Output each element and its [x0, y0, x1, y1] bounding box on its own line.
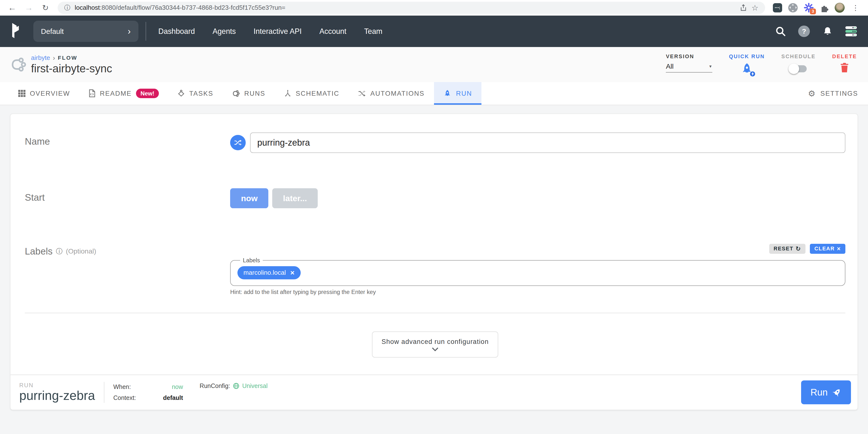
- breadcrumb: airbyte › FLOW: [31, 54, 112, 62]
- help-icon[interactable]: ?: [798, 26, 810, 37]
- server-stack-icon[interactable]: [845, 26, 857, 36]
- context-label: Context:: [113, 394, 142, 401]
- info-icon[interactable]: ⓘ: [56, 247, 63, 256]
- version-label: VERSION: [666, 53, 712, 60]
- shuffle-icon: [234, 139, 242, 146]
- runconfig-label: RunConfig:: [200, 382, 230, 389]
- reset-labels-button[interactable]: RESET↻: [769, 244, 805, 254]
- labels-label: Labels: [25, 246, 53, 257]
- tab-tasks[interactable]: TASKS: [168, 82, 223, 105]
- quick-run-label: QUICK RUN: [729, 53, 765, 60]
- url-text: localhost:8080/default/flow/76a30344-b73…: [75, 4, 736, 11]
- label-chip[interactable]: marcolino.local ×: [238, 266, 301, 280]
- prefect-logo[interactable]: [10, 22, 23, 41]
- notifications-bell-icon[interactable]: [822, 26, 833, 37]
- run-rocket-icon: [830, 386, 843, 399]
- labels-hint: Hint: add to the list after typing by pr…: [230, 289, 845, 295]
- run-button[interactable]: Run: [801, 380, 851, 404]
- readme-doc-icon: [89, 89, 95, 97]
- refresh-icon: ↻: [796, 245, 801, 252]
- footer-divider: [104, 382, 104, 403]
- tab-label: OVERVIEW: [30, 90, 70, 97]
- browser-forward-icon[interactable]: →: [22, 3, 35, 12]
- run-name-input[interactable]: [250, 133, 845, 153]
- tab-label: TASKS: [189, 90, 213, 97]
- bookmark-star-icon[interactable]: ☆: [751, 3, 758, 12]
- rocket-icon: [443, 89, 452, 98]
- start-later-button[interactable]: later...: [272, 188, 318, 208]
- browser-menu-icon[interactable]: ⋮: [851, 4, 860, 12]
- labels-legend: Labels: [240, 257, 263, 264]
- browser-chrome: ← → ↻ ⓘ localhost:8080/default/flow/76a3…: [0, 0, 868, 16]
- project-selector[interactable]: Default ›: [33, 21, 138, 42]
- browser-profile-avatar[interactable]: [835, 3, 845, 13]
- chevron-down-icon: [432, 347, 438, 351]
- section-divider: [25, 313, 845, 313]
- quick-run-button[interactable]: QUICK RUN: [729, 53, 765, 76]
- gear-icon: ⚙: [808, 89, 816, 98]
- run-config-page: Name Start now later...: [0, 105, 868, 410]
- run-summary-name-block: RUN purring-zebra: [19, 382, 95, 403]
- browser-back-icon[interactable]: ←: [6, 3, 19, 12]
- automations-shuffle-icon: [358, 90, 366, 97]
- show-advanced-button[interactable]: Show advanced run configuration: [372, 331, 498, 357]
- tab-bar: OVERVIEW README New! TASKS RUNS SCHEMATI…: [0, 82, 868, 106]
- breadcrumb-section: FLOW: [58, 55, 78, 61]
- address-bar[interactable]: ⓘ localhost:8080/default/flow/76a30344-b…: [58, 2, 765, 14]
- run-config-card: Name Start now later...: [10, 114, 858, 410]
- nav-interactive-api[interactable]: Interactive API: [253, 27, 302, 36]
- runconfig-block: RunConfig: Universal: [200, 382, 268, 389]
- extension-icons: •••| 3 ⋮: [771, 3, 863, 13]
- tab-overview[interactable]: OVERVIEW: [9, 82, 79, 105]
- nav-agents[interactable]: Agents: [213, 27, 236, 36]
- dropdown-arrow-icon: ▼: [709, 64, 713, 69]
- password-manager-extension-icon[interactable]: •••|: [773, 3, 782, 13]
- start-now-button[interactable]: now: [230, 188, 268, 208]
- schedule-toggle[interactable]: [790, 65, 807, 73]
- tab-settings[interactable]: ⚙ SETTINGS: [798, 82, 868, 105]
- browser-reload-icon[interactable]: ↻: [39, 3, 52, 12]
- chip-remove-icon[interactable]: ×: [290, 269, 294, 277]
- name-label: Name: [25, 133, 230, 147]
- quick-run-rocket-icon: [740, 62, 754, 76]
- name-row: Name: [25, 133, 845, 153]
- runconfig-value: Universal: [242, 382, 268, 389]
- version-select[interactable]: All ▼: [666, 62, 712, 73]
- clear-labels-button[interactable]: CLEAR×: [810, 244, 845, 254]
- trash-icon: [840, 62, 849, 73]
- labels-optional: (Optional): [66, 247, 96, 255]
- randomize-name-button[interactable]: [230, 135, 246, 150]
- nav-account[interactable]: Account: [319, 27, 346, 36]
- when-label: When:: [113, 383, 142, 390]
- tab-label: RUNS: [244, 90, 265, 97]
- nav-dashboard[interactable]: Dashboard: [158, 27, 195, 36]
- run-summary-meta: When: now Context: default: [113, 383, 183, 401]
- run-summary-name: purring-zebra: [19, 389, 95, 403]
- tab-readme[interactable]: README New!: [79, 82, 168, 105]
- tab-automations[interactable]: AUTOMATIONS: [349, 82, 434, 105]
- site-info-icon[interactable]: ⓘ: [64, 4, 70, 12]
- globe-icon: [233, 383, 239, 389]
- tab-run[interactable]: RUN: [434, 82, 482, 105]
- flow-header-left: airbyte › FLOW first-airbyte-sync: [31, 54, 112, 75]
- circle-arrows-extension-icon[interactable]: [788, 3, 798, 13]
- labels-input-area[interactable]: Labels marcolino.local ×: [230, 257, 845, 286]
- nav-team[interactable]: Team: [364, 27, 382, 36]
- tab-runs[interactable]: RUNS: [223, 82, 275, 105]
- start-label: Start: [25, 188, 230, 203]
- delete-button[interactable]: DELETE: [832, 53, 857, 73]
- schedule-label: SCHEDULE: [781, 53, 816, 60]
- puzzle-extensions-icon[interactable]: [820, 3, 829, 12]
- starburst-extension-icon[interactable]: 3: [804, 3, 814, 13]
- labels-row: Labels ⓘ (Optional) RESET↻ CLEAR× Labels…: [25, 244, 845, 295]
- screen: ← → ↻ ⓘ localhost:8080/default/flow/76a3…: [0, 0, 868, 434]
- search-icon[interactable]: [775, 26, 786, 37]
- lightning-badge-icon: [749, 71, 755, 77]
- settings-label: SETTINGS: [820, 90, 858, 97]
- schematic-tree-icon: [284, 90, 291, 97]
- label-chip-text: marcolino.local: [244, 269, 286, 277]
- tab-schematic[interactable]: SCHEMATIC: [275, 82, 349, 105]
- tab-label: RUN: [456, 90, 472, 97]
- share-icon[interactable]: [740, 4, 747, 11]
- breadcrumb-project-link[interactable]: airbyte: [31, 54, 50, 62]
